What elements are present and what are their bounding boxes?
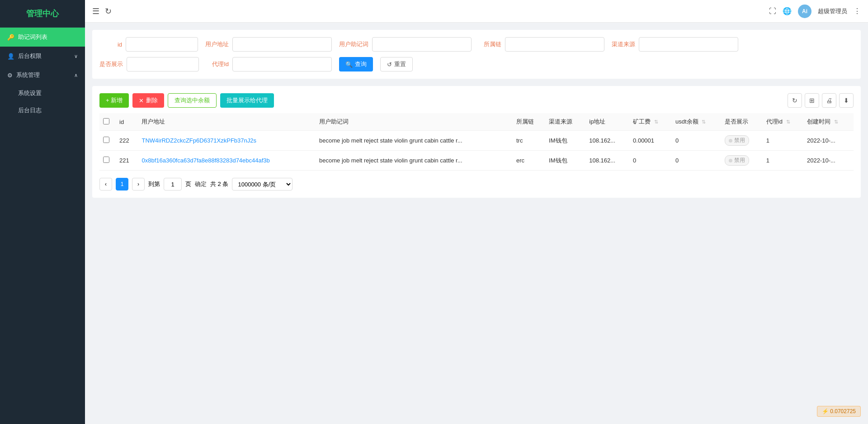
row-checkbox-cell (99, 151, 116, 171)
sidebar-item-system-settings[interactable]: 系统设置 (0, 85, 85, 102)
filter-chain-input[interactable] (505, 37, 604, 52)
sort-created-at-icon[interactable]: ⇅ (834, 119, 838, 124)
select-all-checkbox[interactable] (103, 118, 109, 124)
cell-is-show[interactable]: 禁用 (721, 151, 763, 171)
check-balance-button[interactable]: 查询选中余额 (168, 93, 217, 108)
filter-row-2: 是否展示 代理Id 🔍 查询 ↺ 重置 (99, 57, 854, 71)
sort-agent-id-icon[interactable]: ⇅ (786, 119, 790, 124)
total-count-label: 共 2 条 (210, 180, 228, 188)
cell-channel-source: IM钱包 (545, 131, 585, 151)
refresh-table-button[interactable]: ↻ (788, 93, 802, 108)
cell-chain: erc (513, 151, 545, 171)
chevron-down-icon: ∨ (74, 53, 78, 59)
header-user-address: 用户地址 (138, 113, 316, 131)
query-button[interactable]: 🔍 查询 (339, 57, 373, 71)
delete-button[interactable]: ✕ 删除 (132, 93, 164, 108)
row-checkbox-1[interactable] (103, 157, 109, 163)
next-page-button[interactable]: › (132, 178, 145, 191)
pagination: ‹ 1 › 到第 页 确定 共 2 条 1000000 条/页 (99, 178, 854, 191)
cell-mining-fee: 0.00001 (629, 131, 672, 151)
user-icon: 👤 (7, 53, 14, 60)
table-header-row: id 用户地址 用户助记词 所属链 渠道来源 ip地址 矿工费 ⇅ usdt余额… (99, 113, 854, 131)
goto-label: 到第 (148, 180, 160, 188)
cell-is-show[interactable]: 禁用 (721, 131, 763, 151)
filter-id-input[interactable] (126, 37, 198, 52)
content-area: id 用户地址 用户助记词 所属链 渠道来源 (85, 23, 868, 424)
prev-page-button[interactable]: ‹ (99, 178, 112, 191)
reset-button[interactable]: ↺ 重置 (380, 57, 413, 71)
fullscreen-icon[interactable]: ⛶ (769, 7, 776, 15)
header-is-show: 是否展示 (721, 113, 763, 131)
add-button[interactable]: + 新增 (99, 93, 129, 108)
per-page-select[interactable]: 1000000 条/页 (232, 178, 292, 191)
header-actions: ⛶ 🌐 Ai 超级管理员 ⋮ (769, 5, 861, 18)
status-dot (729, 159, 732, 162)
filter-agent-id: 代理Id (206, 57, 332, 71)
cell-ip: 108.162... (585, 151, 629, 171)
table-card: + 新增 ✕ 删除 查询选中余额 批量展示给代理 ↻ ⊞ 🖨 ⬇ (92, 86, 861, 198)
export-button[interactable]: ⬇ (839, 93, 854, 108)
sidebar-item-label: 后台权限 (18, 52, 42, 60)
sidebar-item-backend-logs[interactable]: 后台日志 (0, 102, 85, 119)
header-mining-fee: 矿工费 ⇅ (629, 113, 672, 131)
filter-user-address-label: 用户地址 (205, 40, 229, 48)
sort-mining-fee-icon[interactable]: ⇅ (654, 119, 658, 124)
print-button[interactable]: 🖨 (822, 93, 836, 108)
cell-created-at: 2022-10-... (803, 131, 854, 151)
filter-agent-id-input[interactable] (232, 57, 332, 71)
header-usdt-balance: usdt余额 ⇅ (672, 113, 721, 131)
sidebar-item-system-management[interactable]: ⚙ 系统管理 ∧ (0, 66, 85, 85)
sidebar-item-backend-permissions[interactable]: 👤 后台权限 ∨ (0, 47, 85, 66)
cell-channel-source: IM钱包 (545, 151, 585, 171)
goto-page-input[interactable] (164, 178, 182, 191)
cell-user-address[interactable]: 0x8bf16a360fca63d7fa8e88f83283d74ebc44af… (138, 151, 316, 171)
cell-id: 222 (116, 131, 138, 151)
page-1-button[interactable]: 1 (116, 178, 128, 191)
filter-is-show-input[interactable] (127, 57, 199, 71)
watermark-prefix: ⚡ (822, 408, 829, 414)
table-row: 221 0x8bf16a360fca63d7fa8e88f83283d74ebc… (99, 151, 854, 171)
data-table: id 用户地址 用户助记词 所属链 渠道来源 ip地址 矿工费 ⇅ usdt余额… (99, 113, 854, 171)
status-label: 禁用 (734, 157, 745, 164)
header-ip: ip地址 (585, 113, 629, 131)
username-label: 超级管理员 (818, 7, 847, 15)
filter-channel-source: 渠道来源 (612, 37, 738, 52)
cell-usdt-balance: 0 (672, 151, 721, 171)
row-checkbox-0[interactable] (103, 137, 109, 143)
filter-card: id 用户地址 用户助记词 所属链 渠道来源 (92, 30, 861, 79)
avatar: Ai (798, 5, 811, 18)
sidebar-item-mnemonic-list[interactable]: 🔑 助记词列表 (0, 28, 85, 47)
reset-icon: ↺ (387, 61, 392, 68)
cell-user-address[interactable]: TNW4irRDZ2ckcZFp6D6371XzkPFb37nJ2s (138, 131, 316, 151)
table-toolbar: + 新增 ✕ 删除 查询选中余额 批量展示给代理 ↻ ⊞ 🖨 ⬇ (99, 93, 854, 108)
filter-is-show-label: 是否展示 (99, 60, 123, 68)
cell-ip: 108.162... (585, 131, 629, 151)
watermark: ⚡ 0.0702725 (817, 406, 861, 417)
filter-user-address-input[interactable] (232, 37, 332, 52)
filter-user-address: 用户地址 (205, 37, 332, 52)
filter-id-label: id (99, 41, 122, 48)
batch-show-button[interactable]: 批量展示给代理 (220, 93, 274, 108)
globe-icon[interactable]: 🌐 (783, 7, 792, 15)
row-checkbox-cell (99, 131, 116, 151)
column-settings-button[interactable]: ⊞ (805, 93, 819, 108)
sort-usdt-icon[interactable]: ⇅ (702, 119, 706, 124)
cell-mining-fee: 0 (629, 151, 672, 171)
status-dot (729, 139, 732, 143)
filter-channel-input[interactable] (639, 37, 738, 52)
refresh-icon[interactable]: ↻ (105, 6, 112, 16)
header: ☰ ↻ ⛶ 🌐 Ai 超级管理员 ⋮ (85, 0, 868, 23)
filter-user-mnemonic-input[interactable] (372, 37, 472, 52)
header-created-at: 创建时间 ⇅ (803, 113, 854, 131)
cell-created-at: 2022-10-... (803, 151, 854, 171)
confirm-goto-button[interactable]: 确定 (195, 180, 207, 188)
cell-agent-id: 1 (763, 151, 803, 171)
sidebar-item-label: 助记词列表 (18, 33, 47, 41)
cell-id: 221 (116, 151, 138, 171)
sidebar-sub-label: 系统设置 (18, 90, 42, 96)
more-options-icon[interactable]: ⋮ (854, 7, 861, 15)
menu-toggle-icon[interactable]: ☰ (92, 6, 99, 16)
header-checkbox-cell (99, 113, 116, 131)
filter-user-mnemonic-label: 用户助记词 (339, 40, 368, 48)
cell-chain: trc (513, 131, 545, 151)
